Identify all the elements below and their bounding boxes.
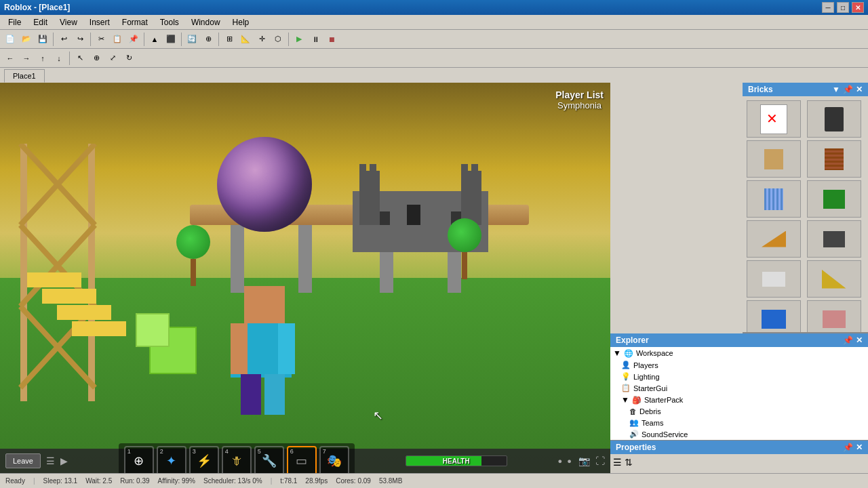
properties-toolbar: ☰ ⇅ bbox=[610, 454, 868, 470]
svg-rect-13 bbox=[461, 164, 468, 174]
menu-icon[interactable]: ☰ bbox=[46, 455, 55, 466]
soundservice-icon: 🔊 bbox=[629, 430, 639, 439]
menu-insert[interactable]: Insert bbox=[84, 16, 115, 28]
arrow-down[interactable]: ↓ bbox=[52, 51, 66, 66]
brick-doc[interactable] bbox=[747, 100, 801, 138]
status-ready: Ready bbox=[5, 477, 25, 485]
sep5 bbox=[218, 33, 219, 46]
pause-btn[interactable]: ⏸ bbox=[308, 32, 323, 47]
viewport[interactable]: ↖ Player List Symphonia Leave ☰ ▶ 1 ⊕ 2 … bbox=[0, 83, 610, 473]
tab-place1[interactable]: Place1 bbox=[4, 69, 45, 83]
brick-brown-striped[interactable] bbox=[807, 140, 861, 178]
explorer-soundservice[interactable]: 🔊 SoundService bbox=[610, 428, 868, 440]
hotbar-slot-3[interactable]: 3 ⚡ bbox=[189, 446, 219, 473]
rotate-btn[interactable]: 🔄 bbox=[184, 32, 199, 47]
brick-green[interactable] bbox=[807, 180, 861, 218]
explorer-players[interactable]: 👤 Players bbox=[610, 359, 868, 371]
move-tool[interactable]: ⊕ bbox=[89, 51, 104, 66]
menu-help[interactable]: Help bbox=[227, 16, 255, 28]
player-list-title: Player List bbox=[555, 89, 604, 100]
arrow-up[interactable]: ↑ bbox=[35, 51, 50, 66]
properties-pin[interactable]: 📌 bbox=[843, 443, 853, 452]
explorer-startergui[interactable]: 📋 StarterGui bbox=[610, 382, 868, 394]
explorer-teams[interactable]: 👥 Teams bbox=[610, 417, 868, 428]
hotbar-slot-4[interactable]: 4 🗡 bbox=[222, 446, 252, 473]
save-button[interactable]: 💾 bbox=[35, 32, 50, 47]
grid-btn[interactable]: ⊞ bbox=[222, 32, 237, 47]
stop-btn[interactable]: ⏹ bbox=[324, 32, 339, 47]
props-sort-icon[interactable]: ⇅ bbox=[625, 457, 633, 468]
paste-button[interactable]: 📌 bbox=[126, 32, 141, 47]
explorer-close[interactable]: ✕ bbox=[856, 336, 863, 345]
brick-white[interactable] bbox=[747, 260, 801, 298]
play-btn[interactable]: ▶ bbox=[292, 32, 307, 47]
cut-button[interactable]: ✂ bbox=[94, 32, 108, 47]
snap-btn[interactable]: 📐 bbox=[238, 32, 253, 47]
hotbar-slot-7[interactable]: 7 🎭 bbox=[319, 446, 349, 473]
zoom-btn[interactable]: ⊕ bbox=[201, 32, 216, 47]
bb-dots: ● ● bbox=[558, 457, 573, 465]
brick-tan[interactable] bbox=[747, 140, 801, 178]
arrow-left[interactable]: ← bbox=[3, 51, 18, 66]
hotbar-slot-6[interactable]: 6 ▭ bbox=[287, 446, 317, 473]
redo-button[interactable]: ↪ bbox=[73, 32, 87, 47]
bricks-dropdown-arrow[interactable]: ▼ bbox=[832, 85, 840, 94]
maximize-button[interactable]: □ bbox=[837, 2, 849, 13]
explorer-workspace[interactable]: ▼ 🌐 Workspace bbox=[610, 347, 868, 359]
explorer-pin[interactable]: 📌 bbox=[843, 336, 853, 345]
brick-pink[interactable] bbox=[807, 300, 861, 332]
new-button[interactable]: 📄 bbox=[3, 32, 18, 47]
players-label: Players bbox=[633, 361, 658, 369]
explorer-panel: Explorer 📌 ✕ ▼ 🌐 Workspace 👤 Players bbox=[610, 333, 868, 441]
svg-rect-10 bbox=[461, 171, 481, 225]
hotbar-slot-2[interactable]: 2 ✦ bbox=[157, 446, 186, 473]
select-tool[interactable]: ↖ bbox=[73, 51, 87, 66]
brick-blue-striped[interactable] bbox=[747, 180, 801, 218]
menu-tools[interactable]: Tools bbox=[155, 16, 184, 28]
tree-2 bbox=[448, 218, 481, 279]
menu-file[interactable]: File bbox=[3, 16, 26, 28]
properties-title: Properties bbox=[616, 443, 656, 452]
leave-button[interactable]: Leave bbox=[5, 453, 41, 468]
tb4[interactable]: ⬛ bbox=[163, 32, 178, 47]
arrow-icon[interactable]: ▶ bbox=[60, 455, 68, 466]
menu-format[interactable]: Format bbox=[117, 16, 153, 28]
explorer-starterpack[interactable]: ▼ 🎒 StarterPack bbox=[610, 394, 868, 406]
explorer-lighting[interactable]: 💡 Lighting bbox=[610, 371, 868, 382]
brick-yellow-wedge[interactable] bbox=[807, 260, 861, 298]
brick-dark-grey[interactable] bbox=[807, 220, 861, 258]
hotbar-slot-5[interactable]: 5 🔧 bbox=[254, 446, 284, 473]
scale-btn[interactable]: ⬡ bbox=[271, 32, 285, 47]
menu-window[interactable]: Window bbox=[186, 16, 226, 28]
player-list-name: Symphonia bbox=[555, 100, 604, 110]
undo-button[interactable]: ↩ bbox=[56, 32, 71, 47]
brick-orange-wedge[interactable] bbox=[747, 220, 801, 258]
props-list-icon[interactable]: ☰ bbox=[613, 457, 622, 468]
camera-icon[interactable]: 📷 bbox=[578, 455, 590, 466]
copy-button[interactable]: 📋 bbox=[110, 32, 125, 47]
toolbar-1: 📄 📂 💾 ↩ ↪ ✂ 📋 📌 ▲ ⬛ 🔄 ⊕ ⊞ 📐 ✛ ⬡ ▶ ⏸ ⏹ bbox=[0, 30, 868, 49]
rotate-tool[interactable]: ↻ bbox=[121, 51, 136, 66]
content-area: ↖ Player List Symphonia Leave ☰ ▶ 1 ⊕ 2 … bbox=[0, 83, 868, 473]
explorer-debris[interactable]: 🗑 Debris bbox=[610, 406, 868, 417]
arrow-right[interactable]: → bbox=[19, 51, 34, 66]
health-bar-container: HEALTH bbox=[406, 455, 507, 466]
bricks-pin[interactable]: 📌 bbox=[843, 85, 853, 94]
status-coord: t:78.1 bbox=[280, 477, 297, 485]
resize-tool[interactable]: ⤢ bbox=[105, 51, 120, 66]
properties-close[interactable]: ✕ bbox=[856, 443, 863, 452]
brick-blue[interactable] bbox=[747, 300, 801, 332]
bricks-close[interactable]: ✕ bbox=[856, 85, 863, 94]
status-fps: 28.9fps bbox=[305, 477, 328, 485]
platform-support-1 bbox=[231, 225, 244, 293]
brick-dark-pillar[interactable] bbox=[807, 100, 861, 138]
hotbar-slot-1[interactable]: 1 ⊕ bbox=[124, 446, 154, 473]
move-btn[interactable]: ✛ bbox=[254, 32, 269, 47]
fullscreen-icon[interactable]: ⛶ bbox=[595, 455, 605, 466]
menu-edit[interactable]: Edit bbox=[28, 16, 53, 28]
menu-view[interactable]: View bbox=[54, 16, 83, 28]
tb3[interactable]: ▲ bbox=[147, 32, 162, 47]
open-button[interactable]: 📂 bbox=[19, 32, 34, 47]
minimize-button[interactable]: ─ bbox=[822, 2, 834, 13]
close-button[interactable]: ✕ bbox=[852, 2, 864, 13]
